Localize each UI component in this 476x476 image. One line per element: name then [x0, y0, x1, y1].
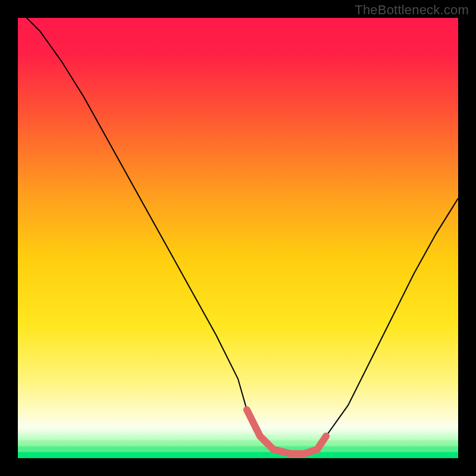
curve-highlight	[247, 410, 326, 454]
chart-lines	[18, 18, 458, 458]
bottleneck-curve	[18, 18, 458, 454]
chart-area	[18, 18, 458, 458]
watermark-text: TheBottleneck.com	[355, 2, 469, 18]
